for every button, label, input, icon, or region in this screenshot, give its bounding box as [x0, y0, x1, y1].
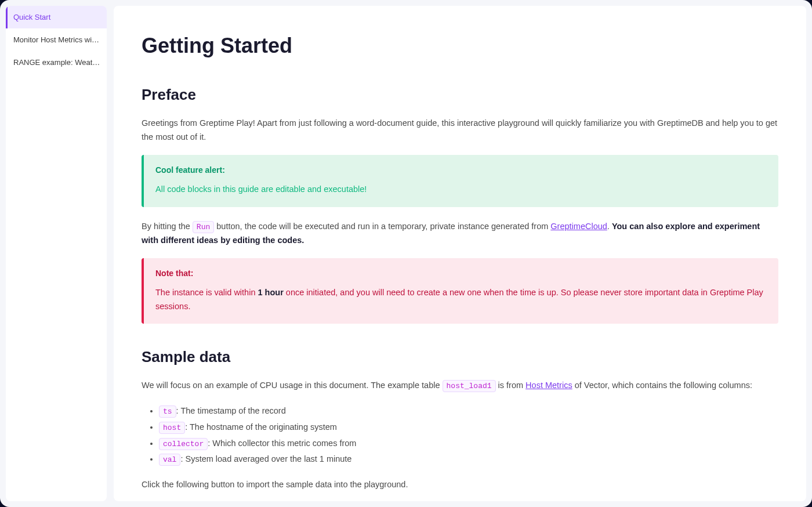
preface-heading: Preface [142, 86, 778, 104]
val-desc: : System load averaged over the last 1 m… [180, 454, 351, 463]
host-metrics-link[interactable]: Host Metrics [525, 381, 572, 390]
run-para-mid: button, the code will be executed and ru… [216, 222, 550, 231]
feature-alert: Cool feature alert: All code blocks in t… [142, 155, 778, 207]
host-desc: : The hostname of the originating system [185, 422, 337, 432]
sd-intro-mid: is from [498, 381, 526, 390]
list-item: val: System load averaged over the last … [159, 451, 778, 468]
sample-data-section: Sample data We will focus on an example … [142, 348, 778, 501]
host-code: host [159, 422, 185, 434]
ts-desc: : The timestamp of the record [176, 406, 286, 415]
run-para-post-link: . [607, 222, 612, 231]
note-alert-body: The instance is valid within 1 hour once… [155, 286, 767, 314]
collector-desc: : Which collector this metric comes from [208, 439, 356, 448]
sample-data-intro: We will focus on an example of CPU usage… [142, 379, 778, 393]
collector-code: collector [159, 438, 208, 450]
preface-intro: Greetings from Greptime Play! Apart from… [142, 117, 778, 144]
run-para-pre: By hitting the [142, 222, 193, 231]
sidebar-item-quick-start[interactable]: Quick Start [6, 6, 107, 28]
feature-alert-title: Cool feature alert: [155, 165, 767, 175]
val-code: val [159, 454, 180, 466]
click-prompt: Click the following button to import the… [142, 478, 778, 492]
note-pre: The instance is valid within [155, 288, 258, 297]
sample-data-heading: Sample data [142, 348, 778, 366]
columns-list: ts: The timestamp of the record host: Th… [159, 403, 778, 468]
ts-code: ts [159, 405, 176, 418]
sd-intro-post: of Vector, which contains the following … [572, 381, 752, 390]
sidebar: Quick Start Monitor Host Metrics wit… RA… [6, 6, 107, 501]
page-title: Getting Started [142, 34, 778, 58]
host-load1-code: host_load1 [443, 380, 496, 392]
run-paragraph: By hitting the Run button, the code will… [142, 220, 778, 248]
list-item: host: The hostname of the originating sy… [159, 419, 778, 436]
window-frame: Quick Start Monitor Host Metrics wit… RA… [0, 0, 812, 507]
list-item: ts: The timestamp of the record [159, 403, 778, 419]
sidebar-item-monitor-host-metrics[interactable]: Monitor Host Metrics wit… [6, 28, 107, 51]
feature-alert-body: All code blocks in this guide are editab… [155, 183, 767, 197]
note-bold: 1 hour [258, 288, 284, 297]
preface-section: Preface Greetings from Greptime Play! Ap… [142, 86, 778, 324]
note-alert-title: Note that: [155, 269, 767, 278]
list-item: collector: Which collector this metric c… [159, 436, 778, 452]
note-alert: Note that: The instance is valid within … [142, 258, 778, 324]
greptimecloud-link[interactable]: GreptimeCloud [550, 222, 607, 231]
sd-intro-pre: We will focus on an example of CPU usage… [142, 381, 443, 390]
run-code-inline: Run [193, 221, 214, 233]
sidebar-item-range-example-weather[interactable]: RANGE example: Weather [6, 51, 107, 74]
main-content: Getting Started Preface Greetings from G… [114, 6, 806, 501]
